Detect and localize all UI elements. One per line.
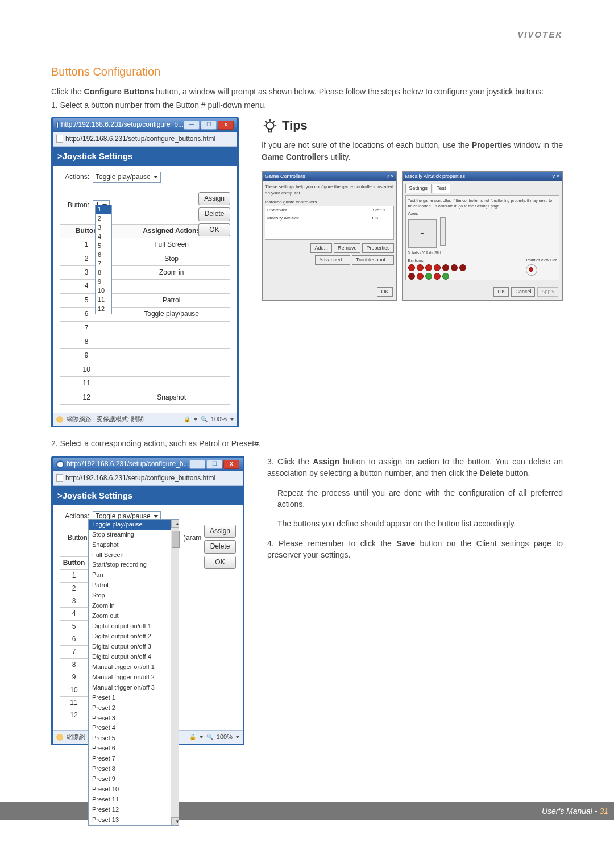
button-option[interactable]: 12 bbox=[96, 305, 111, 314]
button-option[interactable]: 3 bbox=[96, 223, 111, 232]
button-option[interactable]: 10 bbox=[96, 286, 111, 296]
maximize-button[interactable]: ☐ bbox=[201, 121, 217, 130]
action-option[interactable]: Stop streaming bbox=[89, 530, 179, 540]
action-option[interactable]: Manual trigger on/off 1 bbox=[89, 662, 179, 672]
table-row[interactable]: 4 bbox=[60, 280, 230, 293]
status-dropdown-icon[interactable] bbox=[200, 736, 203, 738]
gc-close-icon[interactable]: ? × bbox=[387, 173, 394, 180]
dropdown-scrollbar[interactable]: ▲ ▼ bbox=[171, 520, 179, 825]
action-option[interactable]: Zoom out bbox=[89, 611, 179, 621]
zoom-value: 100% bbox=[211, 415, 227, 424]
minimize-button[interactable]: — bbox=[189, 460, 205, 469]
action-option[interactable]: Preset 6 bbox=[89, 744, 179, 754]
zoom-dropdown-icon[interactable] bbox=[230, 418, 234, 421]
maximize-button[interactable]: ☐ bbox=[206, 460, 222, 469]
gc-remove-button[interactable]: Remove bbox=[334, 243, 361, 253]
action-option[interactable]: Preset 10 bbox=[89, 784, 179, 795]
gcp-tab-settings[interactable]: Settings bbox=[405, 184, 432, 193]
minimize-button[interactable]: — bbox=[184, 121, 200, 130]
action-option[interactable]: Manual trigger on/off 3 bbox=[89, 683, 179, 693]
button-option[interactable]: 6 bbox=[96, 251, 111, 260]
button-option[interactable]: 2 bbox=[96, 214, 111, 223]
action-option[interactable]: Digital output on/off 1 bbox=[89, 621, 179, 632]
table-row[interactable]: 6Toggle play/pause bbox=[60, 308, 230, 321]
action-option[interactable]: Digital output on/off 4 bbox=[89, 652, 179, 662]
action-option[interactable]: Preset 3 bbox=[89, 713, 179, 724]
table-row[interactable]: 3Zoom in bbox=[60, 266, 230, 280]
gc-properties-button[interactable]: Properties bbox=[362, 243, 393, 253]
table-row[interactable]: 9 bbox=[60, 349, 230, 363]
action-option[interactable]: Preset 12 bbox=[89, 805, 179, 815]
status-dropdown-icon[interactable] bbox=[194, 418, 197, 421]
actions-select[interactable]: Toggle play/pause bbox=[93, 172, 161, 183]
action-option[interactable]: Pan bbox=[89, 570, 179, 580]
scroll-up-icon[interactable]: ▲ bbox=[171, 520, 179, 528]
action-option[interactable]: Preset 7 bbox=[89, 754, 179, 764]
gc-row-controller[interactable]: Macally AirStick bbox=[265, 214, 371, 222]
table-cell: Stop bbox=[113, 252, 230, 265]
action-option[interactable]: Digital output on/off 3 bbox=[89, 642, 179, 652]
button-option[interactable]: 8 bbox=[96, 268, 111, 277]
zoom-dropdown-icon[interactable] bbox=[236, 736, 239, 738]
action-option[interactable]: Snapshot bbox=[89, 540, 179, 550]
delete-button[interactable]: Delete bbox=[204, 540, 236, 553]
action-option[interactable]: Toggle play/pause bbox=[89, 520, 179, 530]
tips-text: window in the bbox=[514, 140, 563, 149]
table-row[interactable]: 7 bbox=[60, 321, 230, 335]
button-option[interactable]: 9 bbox=[96, 277, 111, 286]
button-number-dropdown[interactable]: 123456789101112 bbox=[95, 205, 112, 314]
action-option[interactable]: Preset 1 bbox=[89, 693, 179, 703]
table-row[interactable]: 11 bbox=[60, 377, 230, 391]
action-option[interactable]: Patrol bbox=[89, 580, 179, 591]
gc-installed-label: Installed game controllers bbox=[265, 199, 394, 206]
action-option[interactable]: Preset 13 bbox=[89, 815, 179, 825]
assign-button[interactable]: Assign bbox=[198, 192, 230, 205]
gc-troubleshoot-button[interactable]: Troubleshoot... bbox=[352, 255, 394, 265]
button-option[interactable]: 5 bbox=[96, 242, 111, 251]
gcp-axis-caption: X Axis / Y Axis Slid bbox=[408, 250, 557, 256]
button-option[interactable]: 1 bbox=[96, 205, 111, 214]
table-row[interactable]: 10 bbox=[60, 363, 230, 376]
gc-ok-button[interactable]: OK bbox=[377, 287, 392, 297]
table-row[interactable]: 2Stop bbox=[60, 252, 230, 265]
gc-title: Game Controllers bbox=[265, 173, 305, 180]
action-option[interactable]: Preset 8 bbox=[89, 764, 179, 774]
close-button[interactable]: x bbox=[218, 121, 234, 130]
scroll-down-icon[interactable]: ▼ bbox=[171, 817, 179, 825]
actions-dropdown-list[interactable]: Toggle play/pauseStop streamingSnapshotF… bbox=[88, 519, 179, 826]
tips-bold-game-controllers: Game Controllers bbox=[262, 152, 328, 161]
table-row[interactable]: 8 bbox=[60, 335, 230, 349]
gcp-apply-button[interactable]: Apply bbox=[537, 287, 558, 297]
scroll-thumb[interactable] bbox=[172, 531, 180, 548]
ok-button[interactable]: OK bbox=[198, 223, 230, 236]
action-option[interactable]: Preset 9 bbox=[89, 774, 179, 784]
table-row[interactable]: 12Snapshot bbox=[60, 391, 230, 404]
action-option[interactable]: Preset 11 bbox=[89, 795, 179, 805]
gcp-tab-test[interactable]: Test bbox=[433, 184, 450, 193]
gc-add-button[interactable]: Add... bbox=[310, 243, 332, 253]
action-option[interactable]: Digital output on/off 2 bbox=[89, 632, 179, 642]
action-option[interactable]: Zoom in bbox=[89, 601, 179, 611]
action-option[interactable]: Start/stop recording bbox=[89, 560, 179, 570]
close-button[interactable]: x bbox=[223, 460, 239, 469]
table-row[interactable]: 1Full Screen bbox=[60, 238, 230, 252]
button-number-cell: 5 bbox=[60, 621, 88, 633]
gcp-close-icon[interactable]: ? × bbox=[552, 173, 559, 180]
gc-advanced-button[interactable]: Advanced... bbox=[315, 255, 350, 265]
button-option[interactable]: 4 bbox=[96, 232, 111, 242]
gcp-ok-button[interactable]: OK bbox=[493, 287, 509, 297]
action-option[interactable]: Stop bbox=[89, 591, 179, 601]
assign-button[interactable]: Assign bbox=[204, 525, 236, 538]
delete-button[interactable]: Delete bbox=[198, 207, 230, 221]
action-option[interactable]: Full Screen bbox=[89, 550, 179, 560]
table-row[interactable]: 5Patrol bbox=[60, 293, 230, 307]
action-option[interactable]: Preset 4 bbox=[89, 723, 179, 733]
ok-button[interactable]: OK bbox=[204, 556, 236, 569]
gcp-cancel-button[interactable]: Cancel bbox=[511, 287, 535, 297]
button-option[interactable]: 7 bbox=[96, 260, 111, 269]
action-option[interactable]: Manual trigger on/off 2 bbox=[89, 672, 179, 683]
button-option[interactable]: 11 bbox=[96, 296, 111, 305]
action-option[interactable]: Preset 2 bbox=[89, 703, 179, 713]
gc-row-status: OK bbox=[371, 214, 393, 222]
action-option[interactable]: Preset 5 bbox=[89, 733, 179, 744]
